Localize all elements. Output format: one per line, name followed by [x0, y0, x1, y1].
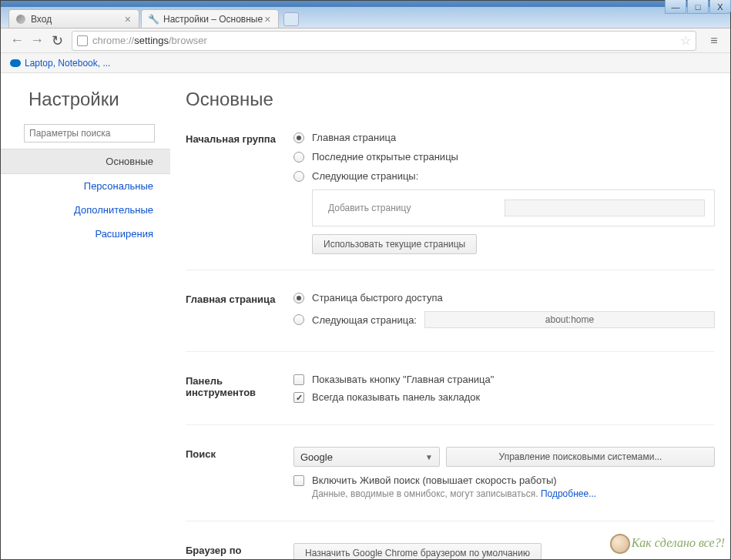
radio-label: Главная страница: [312, 132, 396, 143]
browser-toolbar: ← → ↻ chrome://settings/browser ☆ ≡: [1, 29, 730, 53]
section-label-startup: Начальная группа: [186, 132, 293, 254]
close-tab-icon[interactable]: ×: [123, 13, 132, 25]
radio-custom-homepage[interactable]: [293, 314, 304, 325]
new-tab-button[interactable]: [283, 12, 299, 26]
tab-label: Настройки – Основные: [163, 14, 263, 25]
radio-newtab-page[interactable]: [293, 293, 304, 303]
globe-icon: [15, 14, 26, 25]
section-label-homepage: Главная страница: [186, 292, 293, 336]
page-title: Основные: [186, 89, 715, 110]
radio-last-pages[interactable]: [293, 152, 304, 163]
settings-main: Основные Начальная группа Главная страни…: [170, 73, 730, 559]
section-label-toolbar: Панель инструментов: [186, 374, 293, 409]
use-current-pages-button[interactable]: Использовать текущие страницы: [312, 234, 477, 254]
radio-homepage[interactable]: [293, 132, 304, 143]
page-icon: [77, 35, 88, 46]
address-bar[interactable]: chrome://settings/browser ☆: [72, 31, 696, 51]
radio-specific-pages[interactable]: [293, 171, 304, 182]
intel-icon: [10, 59, 21, 67]
check-label: Включить Живой поиск (повышает скорость …: [312, 474, 557, 486]
menu-button[interactable]: ≡: [704, 31, 724, 51]
search-engine-select[interactable]: Google ▼: [293, 447, 440, 467]
add-page-input[interactable]: [505, 200, 705, 216]
radio-label: Следующие страницы:: [312, 170, 418, 182]
add-page-label: Добавить страницу: [322, 203, 411, 213]
tab-strip: Вход × 🔧 Настройки – Основные ×: [1, 7, 730, 29]
close-window-button[interactable]: X: [709, 0, 731, 14]
chevron-down-icon: ▼: [425, 453, 433, 461]
checkbox-show-bookmarks[interactable]: [293, 392, 304, 403]
forward-button[interactable]: →: [27, 31, 47, 51]
sidebar-title: Настройки: [1, 89, 170, 124]
radio-label: Следующая страница:: [312, 314, 417, 326]
check-label: Всегда показывать панель закладок: [312, 391, 480, 403]
learn-more-link[interactable]: Подробнее...: [541, 488, 596, 499]
close-tab-icon[interactable]: ×: [263, 13, 272, 25]
back-button[interactable]: ←: [7, 31, 27, 51]
radio-label: Страница быстрого доступа: [312, 292, 443, 303]
reload-button[interactable]: ↻: [47, 31, 67, 51]
checkbox-show-home[interactable]: [293, 374, 304, 385]
nav-item-basics[interactable]: Основные: [1, 149, 170, 174]
check-label: Показывать кнопку "Главная страница": [312, 374, 494, 385]
startup-pages-box: Добавить страницу: [312, 189, 715, 226]
nav-item-personal[interactable]: Персональные: [1, 174, 170, 198]
homepage-url-input[interactable]: [424, 311, 715, 328]
section-label-search: Поиск: [186, 447, 293, 505]
settings-search-input[interactable]: [24, 124, 155, 143]
settings-sidebar: Настройки Основные Персональные Дополнит…: [1, 73, 170, 559]
checkbox-instant-search[interactable]: [293, 475, 304, 486]
tab-label: Вход: [31, 14, 52, 25]
nav-item-extensions[interactable]: Расширения: [1, 222, 170, 246]
minimize-button[interactable]: —: [665, 0, 686, 14]
maximize-button[interactable]: □: [687, 0, 709, 14]
wrench-icon: 🔧: [148, 14, 159, 25]
bookmark-bar: Laptop, Notebook, ...: [1, 53, 730, 73]
section-label-default-browser: Браузер по умолчанию: [186, 543, 293, 559]
bookmark-star-icon[interactable]: ☆: [680, 33, 691, 48]
tab-login[interactable]: Вход ×: [8, 9, 139, 28]
nav-item-advanced[interactable]: Дополнительные: [1, 198, 170, 222]
window-controls: — □ X: [664, 0, 731, 14]
tab-settings[interactable]: 🔧 Настройки – Основные ×: [141, 9, 279, 28]
manage-search-engines-button[interactable]: Управление поисковыми системами...: [446, 447, 715, 467]
radio-label: Последние открытые страницы: [312, 151, 458, 163]
set-default-browser-button[interactable]: Назначить Google Chrome браузером по умо…: [293, 543, 542, 559]
bookmark-item-laptop[interactable]: Laptop, Notebook, ...: [10, 58, 110, 69]
